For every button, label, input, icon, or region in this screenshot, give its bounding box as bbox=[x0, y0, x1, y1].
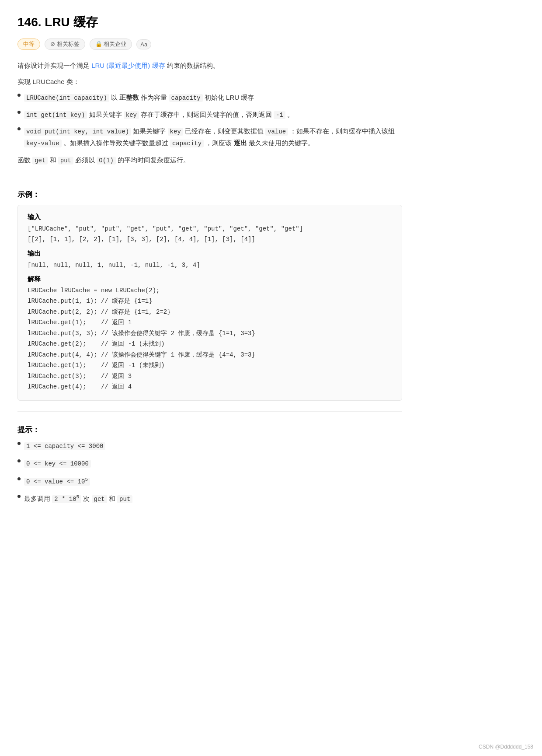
method-item-1: LRUCache(int capacity) 以 正整数 作为容量 capaci… bbox=[17, 92, 402, 104]
description-intro: 请你设计并实现一个满足 LRU (最近最少使用) 缓存 约束的数据结构。 bbox=[17, 60, 402, 71]
code-lrucache-constructor: LRUCache(int capacity) bbox=[24, 94, 109, 102]
example-section-title: 示例： bbox=[17, 189, 402, 200]
explain-line-0: LRUCache lRUCache = new LRUCache(2); bbox=[28, 285, 392, 296]
method-list: LRUCache(int capacity) 以 正整数 作为容量 capaci… bbox=[17, 92, 402, 149]
explain-line-5: lRUCache.get(2); // 返回 -1 (未找到) bbox=[28, 339, 392, 350]
input-line1: ["LRUCache", "put", "put", "get", "put",… bbox=[28, 224, 392, 234]
tag-medium[interactable]: 中等 bbox=[17, 38, 40, 50]
page-title: 146. LRU 缓存 bbox=[17, 14, 402, 31]
explain-line-6: lRUCache.put(4, 4); // 该操作会使得关键字 1 作废，缓存… bbox=[28, 350, 392, 360]
code-put: void put(int key, int value) bbox=[24, 128, 131, 136]
bullet-dot-1 bbox=[17, 94, 21, 97]
lru-link[interactable]: LRU (最近最少使用) 缓存 bbox=[91, 62, 165, 69]
hint-list: 1 <= capacity <= 3000 0 <= key <= 10000 … bbox=[17, 440, 402, 505]
explain-line-7: lRUCache.get(1); // 返回 -1 (未找到) bbox=[28, 360, 392, 371]
hint-dot-2 bbox=[17, 459, 21, 462]
tag-font[interactable]: Aa bbox=[136, 39, 151, 49]
hint-dot-4 bbox=[17, 495, 21, 498]
hint-item-4: 最多调用 2 * 105 次 get 和 put bbox=[17, 493, 402, 505]
complexity-note: 函数 get 和 put 必须以 O(1) 的平均时间复杂度运行。 bbox=[17, 154, 402, 166]
hint-item-1: 1 <= capacity <= 3000 bbox=[17, 440, 402, 452]
explain-line-4: lRUCache.put(3, 3); // 该操作会使得关键字 2 作废，缓存… bbox=[28, 328, 392, 339]
explain-line-1: lRUCache.put(1, 1); // 缓存是 {1=1} bbox=[28, 296, 392, 307]
tag-related[interactable]: ⊘ 相关标签 bbox=[45, 38, 85, 50]
hints-section-title: 提示： bbox=[17, 425, 402, 435]
hint-dot-3 bbox=[17, 477, 21, 480]
method-item-3: void put(int key, int value) 如果关键字 key 已… bbox=[17, 126, 402, 149]
tags-row: 中等 ⊘ 相关标签 🔒 相关企业 Aa bbox=[17, 38, 402, 50]
divider-2 bbox=[17, 411, 402, 412]
hint-item-2: 0 <= key <= 10000 bbox=[17, 458, 402, 469]
method-item-2: int get(int key) 如果关键字 key 存在于缓存中，则返回关键字… bbox=[17, 109, 402, 121]
description-line2: 实现 LRUCache 类： bbox=[17, 76, 402, 88]
bullet-dot-3 bbox=[17, 127, 21, 130]
hints-section: 提示： 1 <= capacity <= 3000 0 <= key <= 10… bbox=[17, 425, 402, 505]
input-label: 输入 bbox=[28, 213, 392, 221]
divider-1 bbox=[17, 177, 402, 177]
explain-content-block: LRUCache lRUCache = new LRUCache(2); lRU… bbox=[28, 285, 392, 392]
explain-line-3: lRUCache.get(1); // 返回 1 bbox=[28, 317, 392, 328]
explain-line-2: lRUCache.put(2, 2); // 缓存是 {1=1, 2=2} bbox=[28, 307, 392, 318]
hint-item-3: 0 <= value <= 105 bbox=[17, 476, 402, 487]
explain-line-8: lRUCache.get(3); // 返回 3 bbox=[28, 371, 392, 382]
input-line2: [[2], [1, 1], [2, 2], [1], [3, 3], [2], … bbox=[28, 234, 392, 245]
explain-label: 解释 bbox=[28, 275, 392, 284]
code-get: int get(int key) bbox=[24, 111, 87, 119]
explain-line-9: lRUCache.get(4); // 返回 4 bbox=[28, 382, 392, 392]
tag-company[interactable]: 🔒 相关企业 bbox=[90, 38, 132, 50]
example-box: 输入 ["LRUCache", "put", "put", "get", "pu… bbox=[17, 205, 402, 400]
bullet-dot-2 bbox=[17, 111, 21, 114]
output-line: [null, null, null, 1, null, -1, null, -1… bbox=[28, 260, 392, 271]
output-label: 输出 bbox=[28, 249, 392, 258]
hint-dot-1 bbox=[17, 442, 21, 445]
